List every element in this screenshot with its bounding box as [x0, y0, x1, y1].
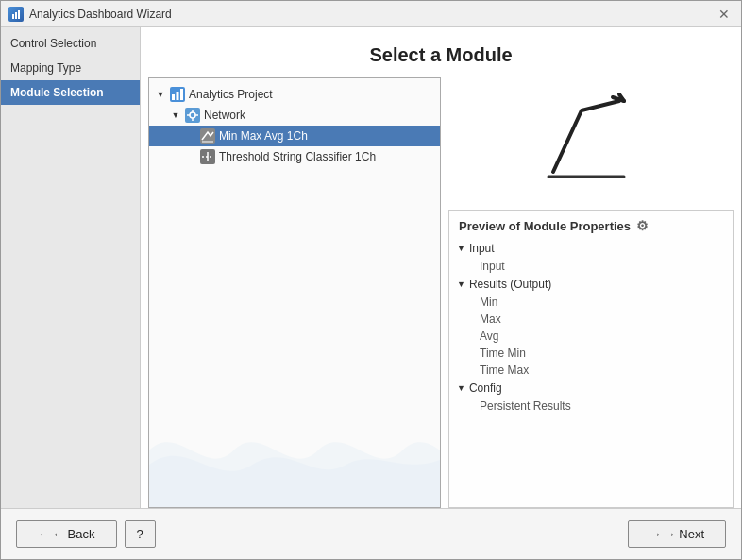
prop-section-results: ▼ Results (Output) Min Max Avg Time Min … — [449, 275, 733, 379]
chart-area — [448, 77, 734, 210]
minmax-icon — [200, 128, 215, 144]
prop-section-input: ▼ Input Input — [449, 239, 733, 275]
sidebar-item-mapping-type[interactable]: Mapping Type — [1, 56, 140, 80]
app-icon — [8, 7, 24, 22]
preview-panel: Preview of Module Properties ⚙ ▼ Input I… — [448, 77, 734, 508]
tree-content: ▼ Analytics Project — [149, 78, 440, 173]
expand-config-icon: ▼ — [457, 383, 465, 393]
content-body: ▼ Analytics Project — [141, 77, 741, 508]
close-button[interactable]: ✕ — [715, 6, 734, 23]
expand-icon-threshold — [185, 151, 196, 162]
prop-group-config-header: ▼ Config — [449, 379, 733, 398]
expand-input-icon: ▼ — [457, 244, 465, 253]
tree-item-network[interactable]: ▼ Networ — [149, 105, 440, 126]
network-icon — [185, 108, 200, 123]
help-button[interactable]: ? — [125, 520, 156, 548]
svg-rect-2 — [18, 10, 20, 19]
analytics-project-icon — [170, 87, 185, 102]
sidebar: Control Selection Mapping Type Module Se… — [1, 27, 141, 508]
threshold-label: Threshold String Classifier 1Ch — [219, 150, 376, 163]
prop-item-time-max: Time Max — [449, 362, 733, 379]
next-arrow-icon: → — [649, 527, 662, 541]
back-button[interactable]: ← ← Back — [16, 520, 117, 548]
sidebar-item-control-selection[interactable]: Control Selection — [1, 31, 140, 56]
title-bar: Analytics Dashboard Wizard ✕ — [1, 1, 741, 27]
page-title: Select a Module — [141, 27, 741, 77]
expand-icon-minmax — [185, 130, 196, 142]
next-button[interactable]: → → Next — [628, 520, 726, 548]
minmax-label: Min Max Avg 1Ch — [219, 129, 308, 143]
expand-icon-analytics: ▼ — [155, 89, 166, 100]
svg-rect-1 — [15, 12, 17, 19]
wizard-window: Analytics Dashboard Wizard ✕ Control Sel… — [0, 0, 742, 560]
prop-item-min: Min — [449, 294, 733, 311]
window-title: Analytics Dashboard Wizard — [29, 8, 172, 21]
expand-icon-network: ▼ — [170, 110, 181, 121]
prop-item-time-min: Time Min — [449, 345, 733, 362]
sidebar-item-module-selection[interactable]: Module Selection — [1, 80, 140, 105]
main-content: Control Selection Mapping Type Module Se… — [1, 27, 741, 508]
back-arrow-icon: ← — [38, 527, 50, 541]
tree-item-threshold[interactable]: Threshold String Classifier 1Ch — [149, 146, 440, 167]
content-area: Select a Module ▼ — [141, 27, 741, 508]
prop-item-max: Max — [449, 311, 733, 328]
svg-rect-6 — [180, 89, 183, 100]
threshold-icon — [200, 149, 215, 164]
svg-rect-0 — [12, 14, 14, 19]
footer: ← ← Back ? → → Next — [1, 508, 741, 559]
trend-chart — [530, 92, 652, 195]
prop-group-input-header: ▼ Input — [449, 239, 733, 258]
footer-left: ← ← Back ? — [16, 520, 156, 548]
svg-rect-5 — [177, 92, 179, 100]
prop-item-persistent-results: Persistent Results — [449, 398, 733, 415]
properties-icon: ⚙ — [636, 218, 649, 233]
expand-results-icon: ▼ — [457, 280, 465, 289]
title-bar-left: Analytics Dashboard Wizard — [8, 7, 172, 22]
prop-item-input: Input — [449, 258, 733, 275]
tree-item-minmax[interactable]: Min Max Avg 1Ch — [149, 126, 440, 146]
prop-item-avg: Avg — [449, 328, 733, 345]
prop-group-results-header: ▼ Results (Output) — [449, 275, 733, 294]
properties-title: Preview of Module Properties ⚙ — [449, 214, 733, 239]
prop-section-config: ▼ Config Persistent Results — [449, 379, 733, 415]
properties-area: Preview of Module Properties ⚙ ▼ Input I… — [448, 210, 734, 508]
tree-panel: ▼ Analytics Project — [148, 77, 441, 508]
tree-item-analytics-project[interactable]: ▼ Analytics Project — [149, 84, 440, 105]
analytics-project-label: Analytics Project — [189, 88, 273, 101]
network-label: Network — [204, 109, 245, 122]
svg-rect-4 — [172, 94, 175, 100]
